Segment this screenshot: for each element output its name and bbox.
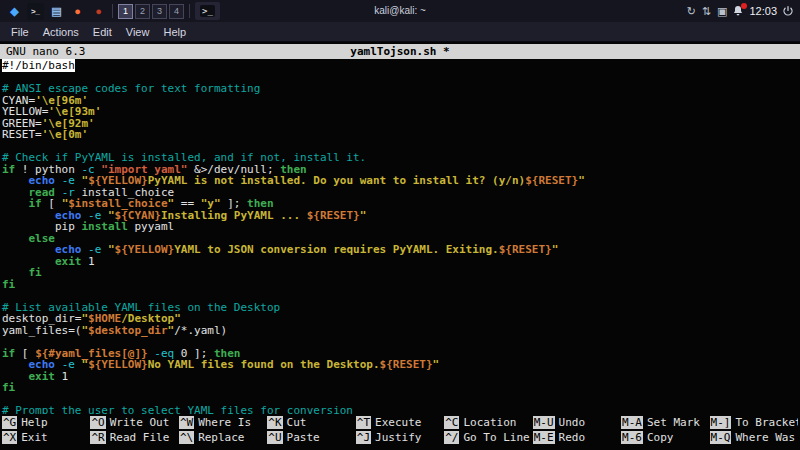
code-line: pip install pyyaml xyxy=(2,221,800,233)
shortcut-key: M-Q xyxy=(710,431,732,444)
shortcut-to-bracket: M-]To Bracket xyxy=(710,416,798,429)
code-segment xyxy=(101,243,108,256)
code-segment: RESET= xyxy=(2,128,42,141)
workspace-1[interactable]: 1 xyxy=(118,4,133,19)
files-launcher-icon[interactable]: ▤ xyxy=(48,3,65,20)
menu-actions[interactable]: Actions xyxy=(36,24,86,40)
shortcut-label: Help xyxy=(21,416,48,429)
taskbar-left: ◆>_▤●● 1234 >_ xyxy=(6,2,220,20)
shortcut-key: ^G xyxy=(2,416,17,429)
menu-file[interactable]: File xyxy=(4,24,36,40)
shortcut-label: Read File xyxy=(110,431,170,444)
kali-menu-icon[interactable]: ◆ xyxy=(6,3,23,20)
firefox-launcher-icon[interactable]: ● xyxy=(69,3,86,20)
shortcut-label: Justify xyxy=(375,431,421,444)
shortcut-key: M-U xyxy=(533,416,555,429)
code-segment: PyYAML is not installed. Do you want to … xyxy=(148,174,526,187)
power-icon[interactable] xyxy=(782,5,794,17)
code-segment: fi xyxy=(2,381,15,394)
code-line: #!/bin/bash xyxy=(2,60,800,72)
code-segment: " xyxy=(552,243,559,256)
code-segment: yaml_files=( xyxy=(2,324,81,337)
shortcut-key: ^\ xyxy=(179,431,194,444)
shortcut-label: Copy xyxy=(647,431,674,444)
shortcut-paste: ^UPaste xyxy=(267,431,355,444)
code-line: fi xyxy=(2,267,800,279)
workspace-3[interactable]: 3 xyxy=(152,4,167,19)
code-segment: ${RESET} xyxy=(499,243,552,256)
menu-edit[interactable]: Edit xyxy=(86,24,119,40)
workspace-2[interactable]: 2 xyxy=(135,4,150,19)
code-line: fi xyxy=(2,279,800,291)
nano-titlebar-spacer xyxy=(450,44,794,59)
code-segment: # Prompt the user to select YAML files f… xyxy=(2,404,353,414)
separator xyxy=(189,4,190,18)
code-segment: Installing PyYAML ... xyxy=(161,209,307,222)
taskbar-window-title[interactable]: kali@kali: ~ xyxy=(374,0,426,22)
clipboard-tray-icon[interactable]: ▣ xyxy=(717,6,727,17)
nano-filename: yamlTojson.sh * xyxy=(350,44,449,59)
menu-help[interactable]: Help xyxy=(156,24,193,40)
launcher-area: ◆>_▤●● xyxy=(6,3,107,20)
shortcut-help: ^GHelp xyxy=(2,416,90,429)
code-segment: 1 xyxy=(81,255,94,268)
code-segment: 1 xyxy=(55,370,68,383)
shortcut-label: Execute xyxy=(375,416,421,429)
code-line: YELLOW='\e[93m' xyxy=(2,106,800,118)
shortcut-key: M-E xyxy=(533,431,555,444)
code-segment: exit xyxy=(55,255,82,268)
shortcut-key: M-A xyxy=(621,416,643,429)
shortcut-location: ^CLocation xyxy=(444,416,532,429)
shortcut-execute: ^TExecute xyxy=(356,416,444,429)
code-segment: /*.yaml) xyxy=(174,324,227,337)
shortcut-cut: ^KCut xyxy=(267,416,355,429)
shortcut-exit: ^XExit xyxy=(2,431,90,444)
shortcut-go-to-line: ^/Go To Line xyxy=(444,431,532,444)
workspace-pager: 1234 xyxy=(118,4,184,19)
shortcut-label: Write Out xyxy=(110,416,170,429)
updates-tray-icon[interactable]: ↻ xyxy=(687,6,696,17)
menubar: FileActionsEditViewHelp xyxy=(0,22,800,42)
code-segment: YAML to JSON conversion requires PyYAML.… xyxy=(174,243,499,256)
notification-badge xyxy=(741,3,747,9)
menu-view[interactable]: View xyxy=(119,24,157,40)
notification-bell-icon[interactable] xyxy=(732,5,744,17)
editor-content[interactable]: #!/bin/bash# ANSI escape codes for text … xyxy=(0,59,800,414)
code-segment: ${RESET} xyxy=(525,174,578,187)
code-line: yaml_files=("$desktop_dir"/*.yaml) xyxy=(2,325,800,337)
app-launcher-icon[interactable]: ● xyxy=(90,3,107,20)
shortcut-label: Location xyxy=(463,416,516,429)
system-tray: ↻⇅▣ xyxy=(687,6,728,17)
shortcut-copy: M-6Copy xyxy=(621,431,709,444)
shortcut-replace: ^\Replace xyxy=(179,431,267,444)
code-line: # Prompt the user to select YAML files f… xyxy=(2,405,800,414)
nano-shortcuts: ^GHelp^OWrite Out^WWhere Is^KCut^TExecut… xyxy=(0,414,800,450)
code-line: exit 1 xyxy=(2,371,800,383)
taskbar-window-button[interactable]: >_ xyxy=(195,2,220,20)
shortcut-label: Where Is xyxy=(198,416,251,429)
code-segment: ${YELLOW} xyxy=(88,358,148,371)
shortcut-label: Go To Line xyxy=(463,431,529,444)
code-segment: " xyxy=(578,174,585,187)
code-segment: $desktop_dir xyxy=(88,324,167,337)
shortcut-label: Undo xyxy=(559,416,586,429)
code-segment: No YAML files found on the Desktop. xyxy=(148,358,380,371)
code-line: # ANSI escape codes for text formatting xyxy=(2,83,800,95)
shortcut-key: ^X xyxy=(2,431,17,444)
shortcut-where-was: M-QWhere Was xyxy=(710,431,798,444)
network-tray-icon[interactable]: ⇅ xyxy=(702,6,711,17)
shortcut-key: ^W xyxy=(179,416,194,429)
code-line: fi xyxy=(2,382,800,394)
code-line: RESET='\e[0m' xyxy=(2,129,800,141)
shortcut-label: Where Was xyxy=(735,431,795,444)
clock[interactable]: 12:03 xyxy=(749,5,777,17)
workspace-4[interactable]: 4 xyxy=(169,4,184,19)
nano-titlebar: GNU nano 6.3 yamlTojson.sh * xyxy=(0,44,800,59)
nano-version: GNU nano 6.3 xyxy=(6,44,85,59)
terminal-launcher-icon[interactable]: >_ xyxy=(27,3,44,20)
separator xyxy=(112,4,113,18)
code-line: CYAN='\e[96m' xyxy=(2,95,800,107)
taskbar-right: ↻⇅▣ 12:03 xyxy=(687,5,794,17)
shortcut-key: ^J xyxy=(356,431,371,444)
shortcut-key: ^/ xyxy=(444,431,459,444)
